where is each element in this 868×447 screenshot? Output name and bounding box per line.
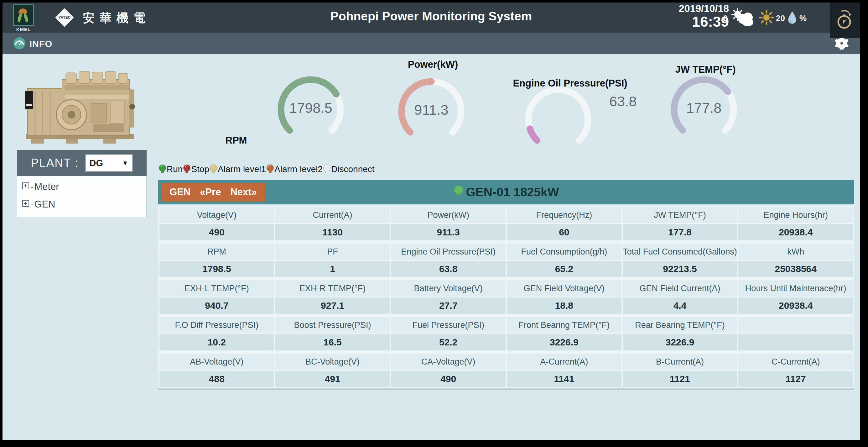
- table-value-row: 488491490114111211127: [159, 371, 853, 387]
- temperature-value: 20: [776, 13, 785, 23]
- param-label-cell: GEN Field Voltage(V): [507, 280, 621, 297]
- param-value-cell: 20938.4: [738, 297, 853, 314]
- param-label-cell: Front Bearing TEMP(°F): [507, 317, 621, 333]
- run-status-bulb-icon: [454, 185, 464, 200]
- partly-cloudy-icon: [730, 8, 757, 28]
- param-label-cell: Total Fuel Consumed(Gallons): [623, 244, 737, 260]
- tree-connector: -: [30, 199, 33, 210]
- device-tree: - Meter - GEN: [17, 176, 147, 217]
- param-label-cell: B-Current(A): [623, 354, 737, 370]
- param-label-cell: Current(A): [275, 207, 390, 223]
- param-label-cell: C-Current(A): [738, 354, 853, 370]
- param-label-cell: Boost Pressure(PSI): [275, 317, 390, 333]
- weather-cluster: 0: [723, 8, 807, 28]
- table-label-row: AB-Voltage(V)BC-Voltage(V)CA-Voltage(V)A…: [159, 354, 853, 370]
- gen-button[interactable]: GEN: [169, 186, 190, 198]
- param-label-cell: Power(kW): [391, 207, 505, 223]
- param-label-cell: Frequency(Hz): [507, 207, 621, 223]
- param-value-cell: 1130: [275, 224, 390, 240]
- gauge-arc: [519, 80, 597, 159]
- param-value-cell: 4.4: [623, 297, 737, 314]
- table-value-row: 940.7927.127.718.84.420938.4: [159, 297, 853, 314]
- status-bulb-icon: [323, 163, 331, 175]
- param-label-cell: Fuel Consumption(g/h): [507, 244, 621, 260]
- plant-panel: PLANT : DG ▼ - Meter - GEN: [17, 150, 147, 217]
- param-value-cell: 1121: [623, 371, 737, 387]
- param-value-cell: 92213.5: [623, 261, 737, 277]
- param-value-cell: 488: [159, 371, 274, 387]
- param-value-cell: 3226.9: [507, 334, 621, 351]
- legend-item: Alarm level2: [266, 163, 323, 175]
- status-bulb-icon: [183, 163, 191, 175]
- param-label-cell: Battery Voltage(V): [391, 280, 505, 297]
- param-value-cell: 16.5: [275, 334, 390, 351]
- plant-select[interactable]: DG ▼: [85, 154, 133, 172]
- tab-info[interactable]: INFO: [13, 37, 52, 51]
- param-label-cell: Fuel Pressure(PSI): [391, 317, 505, 333]
- table-label-row: F.O Diff Pressure(PSI)Boost Pressure(PSI…: [159, 317, 853, 333]
- gauge-value: 63.8: [609, 93, 637, 110]
- kmel-logo-text: KMEL: [16, 27, 31, 32]
- tree-connector: -: [30, 181, 33, 192]
- next-button[interactable]: Next»: [230, 186, 256, 198]
- generator-title-text: GEN-01 1825kW: [466, 185, 559, 199]
- precipitation-value: 0: [723, 13, 727, 23]
- param-value-cell: 927.1: [275, 297, 390, 314]
- status-bulb-icon: [209, 163, 218, 175]
- status-bulb-icon: [158, 163, 167, 175]
- expand-plus-icon[interactable]: [22, 199, 30, 210]
- param-value-cell: 60: [507, 224, 621, 240]
- param-label-cell: [738, 317, 853, 333]
- param-label-cell: F.O Diff Pressure(PSI): [159, 317, 274, 333]
- table-value-row: 4901130911.360177.820938.4: [159, 224, 853, 240]
- param-label-cell: kWh: [738, 244, 853, 260]
- gauge-title-rpm: RPM: [214, 135, 258, 146]
- sun-temperature-icon: [759, 10, 774, 26]
- param-label-cell: BC-Voltage(V): [275, 354, 390, 370]
- humidity-droplet-icon: [787, 10, 798, 26]
- param-label-cell: Hours Until Maintenace(hr): [738, 280, 853, 297]
- tree-item-meter[interactable]: - Meter: [22, 181, 142, 192]
- humidity-unit: %: [799, 13, 807, 23]
- legend-item-label: Alarm level2: [274, 164, 323, 174]
- plant-select-value: DG: [90, 158, 103, 168]
- time-text: 16:39: [679, 14, 729, 29]
- gauge-title-power: Power(kW): [373, 59, 492, 70]
- timer-corner-button[interactable]: [830, 2, 860, 38]
- info-gauge-icon: [13, 37, 26, 51]
- param-value-cell: 25038564: [738, 261, 853, 277]
- param-label-cell: JW TEMP(°F): [623, 207, 737, 223]
- param-value-cell: 491: [275, 371, 390, 387]
- table-value-row: 1798.5163.865.292213.525038564: [159, 261, 853, 277]
- jw-temp-gauge: 177.8: [665, 70, 743, 149]
- gauge-value: 177.8: [665, 100, 743, 116]
- param-label-cell: AB-Voltage(V): [159, 354, 274, 370]
- generator-engine-image: [19, 60, 140, 146]
- gen-data-table: Voltage(V)Current(A)Power(kW)Frequency(H…: [158, 206, 854, 388]
- datetime-display: 2019/10/18 16:39: [679, 3, 729, 29]
- param-value-cell: 10.2: [159, 334, 274, 351]
- param-value-cell: 1127: [738, 371, 853, 387]
- legend-item-label: Alarm level1: [218, 164, 266, 174]
- table-label-row: RPMPFEngine Oil Pressure(PSI)Fuel Consum…: [159, 244, 853, 260]
- expand-plus-icon[interactable]: [22, 181, 30, 192]
- legend-item: Disconnect: [323, 163, 375, 175]
- chevron-down-icon: ▼: [122, 159, 128, 167]
- param-label-cell: Engine Hours(hr): [738, 207, 853, 223]
- param-label-cell: Engine Oil Pressure(PSI): [391, 244, 505, 260]
- date-text: 2019/10/18: [679, 3, 729, 14]
- status-legend: RunStopAlarm level1Alarm level2Disconnec…: [158, 163, 375, 175]
- param-value-cell: 911.3: [391, 224, 505, 240]
- param-value-cell: 18.8: [507, 297, 621, 314]
- top-header-bar: KMEL YATEC 安華機電 Pohnepi Power Monitoring…: [2, 2, 860, 33]
- app-window: KMEL YATEC 安華機電 Pohnepi Power Monitoring…: [2, 2, 860, 440]
- prev-button[interactable]: «Pre: [200, 186, 221, 198]
- tree-item-label: Meter: [34, 181, 59, 192]
- param-value-cell: 940.7: [159, 297, 274, 314]
- table-value-row: 10.216.552.23226.93226.9: [159, 334, 853, 351]
- gauge-value: 1798.5: [272, 100, 350, 116]
- param-label-cell: PF: [275, 244, 390, 260]
- tree-item-gen[interactable]: - GEN: [22, 199, 142, 210]
- legend-item: Alarm level1: [209, 163, 266, 175]
- timer-icon: [835, 9, 855, 32]
